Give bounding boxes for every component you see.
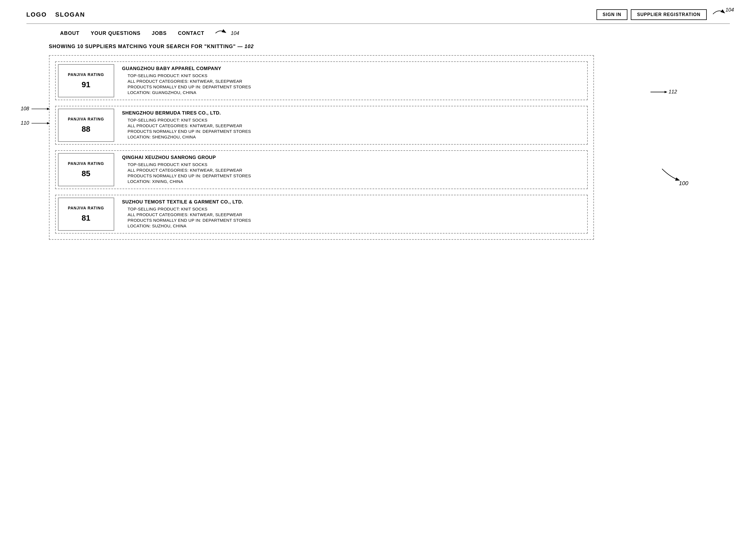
supplier-details-4: SUZHOU TEMOST TEXTILE & GARMENT CO., LTD… [116, 195, 588, 233]
ref-104-nav: 104 [231, 30, 239, 36]
supplier-name-4: SUZHOU TEMOST TEXTILE & GARMENT CO., LTD… [122, 199, 582, 205]
supplier-list: PANJIVA RATING 91 GUANGZHOU BABY APPAREL… [49, 55, 594, 240]
categories-1: ALL PRODUCT CATEGORIES: KNITWEAR, SLEEPW… [122, 79, 582, 84]
rating-label-4: PANJIVA RATING [68, 206, 104, 210]
sign-in-button[interactable]: SIGN IN [597, 9, 628, 20]
table-row: PANJIVA RATING 88 SHENGZHOU BERMUDA TIRE… [55, 106, 588, 145]
location-3: LOCATION: XINING, CHINA [122, 179, 582, 184]
page-wrapper: LOGO SLOGAN SIGN IN SUPPLIER REGISTRATIO… [26, 8, 730, 240]
nav-your-questions[interactable]: YOUR QUESTIONS [91, 30, 141, 36]
supplier-registration-button[interactable]: SUPPLIER REGISTRATION [631, 9, 707, 20]
rating-number-2: 88 [82, 125, 90, 134]
nav-contact[interactable]: CONTACT [178, 30, 204, 36]
logo: LOGO [26, 11, 47, 18]
ref-100: 100 [679, 180, 688, 186]
ref-104-button: 104 [726, 7, 734, 13]
rating-box-4: PANJIVA RATING 81 [58, 197, 114, 231]
ref-112: 112 [669, 89, 677, 95]
supplier-name-2: SHENGZHOU BERMUDA TIRES CO., LTD. [122, 110, 582, 116]
rating-label-3: PANJIVA RATING [68, 161, 104, 166]
top-selling-3: TOP-SELLING PRODUCT: KNIT SOCKS [122, 162, 582, 167]
top-selling-1: TOP-SELLING PRODUCT: KNIT SOCKS [122, 73, 582, 78]
distribution-2: PRODUCTS NORMALLY END UP IN: DEPARTMENT … [122, 129, 582, 134]
rating-box-1: PANJIVA RATING 91 [58, 64, 114, 97]
distribution-1: PRODUCTS NORMALLY END UP IN: DEPARTMENT … [122, 84, 582, 89]
rating-box-2: PANJIVA RATING 88 [58, 109, 114, 142]
location-4: LOCATION: SUZHOU, CHINA [122, 223, 582, 228]
location-1: LOCATION: GUANGZHOU, CHINA [122, 90, 582, 95]
top-selling-2: TOP-SELLING PRODUCT: KNIT SOCKS [122, 118, 582, 122]
table-row: PANJIVA RATING 81 SUZHOU TEMOST TEXTILE … [55, 195, 588, 233]
ref-110: 110 [21, 120, 29, 126]
supplier-name-3: QINGHAI XEUZHOU SANRONG GROUP [122, 155, 582, 160]
supplier-details-1: GUANGZHOU BABY APPAREL COMPANY TOP-SELLI… [116, 62, 588, 100]
supplier-details-2: SHENGZHOU BERMUDA TIRES CO., LTD. TOP-SE… [116, 106, 588, 144]
location-2: LOCATION: SHENGZHOU, CHINA [122, 134, 582, 139]
nav-jobs[interactable]: JOBS [152, 30, 167, 36]
table-row: PANJIVA RATING 85 QINGHAI XEUZHOU SANRON… [55, 150, 588, 189]
distribution-3: PRODUCTS NORMALLY END UP IN: DEPARTMENT … [122, 173, 582, 178]
rating-number-3: 85 [82, 169, 90, 178]
rating-box-3: PANJIVA RATING 85 [58, 153, 114, 186]
rating-number-4: 81 [82, 213, 90, 222]
rating-label-1: PANJIVA RATING [68, 72, 104, 77]
categories-4: ALL PRODUCT CATEGORIES: KNITWEAR, SLEEPW… [122, 212, 582, 217]
table-row: PANJIVA RATING 91 GUANGZHOU BABY APPAREL… [55, 61, 588, 100]
svg-marker-1 [665, 91, 667, 93]
header-brand: LOGO SLOGAN [26, 11, 85, 18]
nav-row: ABOUT YOUR QUESTIONS JOBS CONTACT 104 [26, 26, 730, 40]
nav-about[interactable]: ABOUT [60, 30, 80, 36]
categories-3: ALL PRODUCT CATEGORIES: KNITWEAR, SLEEPW… [122, 168, 582, 172]
ref-100-container: 100 [662, 166, 688, 186]
header-buttons: SIGN IN SUPPLIER REGISTRATION 104 [597, 8, 730, 21]
categories-2: ALL PRODUCT CATEGORIES: KNITWEAR, SLEEPW… [122, 123, 582, 128]
supplier-name-1: GUANGZHOU BABY APPAREL COMPANY [122, 66, 582, 71]
header-top: LOGO SLOGAN SIGN IN SUPPLIER REGISTRATIO… [26, 8, 730, 24]
ref-108-container: 108 110 [21, 106, 48, 126]
top-selling-4: TOP-SELLING PRODUCT: KNIT SOCKS [122, 206, 582, 211]
slogan: SLOGAN [55, 11, 85, 18]
supplier-details-3: QINGHAI XEUZHOU SANRONG GROUP TOP-SELLIN… [116, 151, 588, 188]
ref-108: 108 [21, 106, 29, 112]
ref-112-container: 112 [651, 89, 677, 95]
main-content: PANJIVA RATING 91 GUANGZHOU BABY APPAREL… [49, 55, 707, 240]
distribution-4: PRODUCTS NORMALLY END UP IN: DEPARTMENT … [122, 218, 582, 222]
rating-number-1: 91 [82, 80, 90, 89]
ref-102-inline: 102 [244, 44, 254, 49]
search-header: SHOWING 10 SUPPLIERS MATCHING YOUR SEARC… [49, 44, 730, 49]
rating-label-2: PANJIVA RATING [68, 117, 104, 121]
